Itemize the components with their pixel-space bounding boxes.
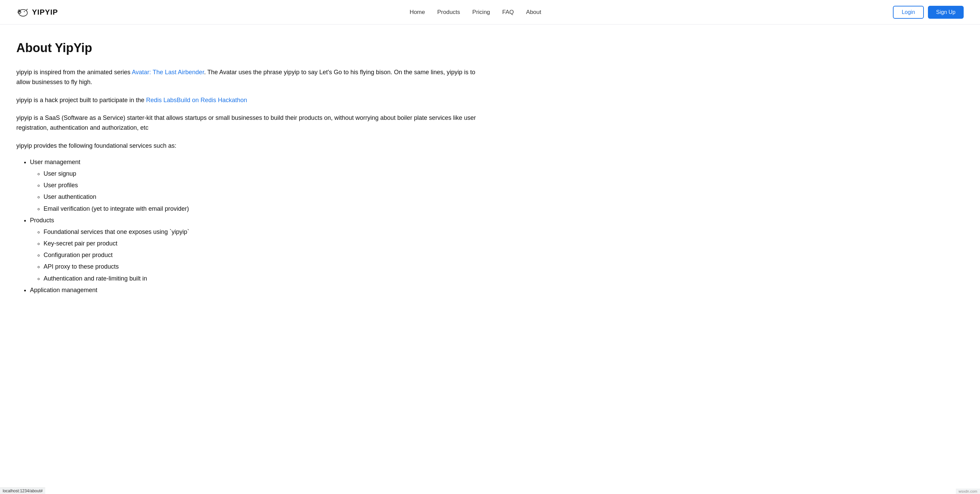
user-management-sublist: User signup User profiles User authentic… bbox=[30, 168, 487, 215]
svg-line-6 bbox=[26, 9, 27, 11]
list-item: Configuration per product bbox=[43, 249, 487, 261]
redis-link[interactable]: Redis LabsBuild on Redis Hackathon bbox=[146, 97, 247, 104]
svg-point-7 bbox=[24, 11, 25, 12]
site-header: YIPYIP Home Products Pricing FAQ About L… bbox=[0, 0, 980, 24]
para2-before-link: yipyip is a hack project built to partic… bbox=[16, 97, 146, 104]
signup-button[interactable]: Sign Up bbox=[928, 6, 964, 19]
para-2: yipyip is a hack project built to partic… bbox=[16, 95, 487, 105]
nav-about[interactable]: About bbox=[526, 9, 541, 16]
products-sublist: Foundational services that one exposes u… bbox=[30, 226, 487, 284]
services-list: User management User signup User profile… bbox=[16, 156, 487, 296]
login-button[interactable]: Login bbox=[893, 6, 924, 19]
avatar-link[interactable]: Avatar: The Last Airbender bbox=[132, 69, 204, 76]
para-1: yipyip is inspired from the animated ser… bbox=[16, 67, 487, 87]
nav-faq[interactable]: FAQ bbox=[502, 9, 514, 16]
list-item: User signup bbox=[43, 168, 487, 179]
nav-home[interactable]: Home bbox=[410, 9, 425, 16]
nav-pricing[interactable]: Pricing bbox=[472, 9, 490, 16]
para-3: yipyip is a SaaS (Software as a Service)… bbox=[16, 113, 487, 133]
list-item: User authentication bbox=[43, 191, 487, 202]
list-item-products: Products Foundational services that one … bbox=[30, 215, 487, 284]
list-item-application-management: Application management bbox=[30, 284, 487, 296]
page-title: About YipYip bbox=[16, 41, 487, 55]
logo-link[interactable]: YIPYIP bbox=[16, 6, 58, 18]
main-content: About YipYip yipyip is inspired from the… bbox=[0, 24, 504, 326]
logo-text: YIPYIP bbox=[32, 8, 58, 17]
list-item-user-management: User management User signup User profile… bbox=[30, 156, 487, 215]
list-item: API proxy to these products bbox=[43, 261, 487, 272]
header-buttons: Login Sign Up bbox=[893, 6, 964, 19]
nav-products[interactable]: Products bbox=[437, 9, 460, 16]
list-item: Foundational services that one exposes u… bbox=[43, 226, 487, 237]
main-nav: Home Products Pricing FAQ About bbox=[410, 9, 541, 16]
logo-icon bbox=[16, 6, 29, 18]
para1-before-link: yipyip is inspired from the animated ser… bbox=[16, 69, 132, 76]
list-item: Authentication and rate-limiting built i… bbox=[43, 273, 487, 284]
list-item: User profiles bbox=[43, 179, 487, 191]
list-item: Email verification (yet to integrate wit… bbox=[43, 203, 487, 215]
list-item: Key-secret pair per product bbox=[43, 237, 487, 249]
services-intro: yipyip provides the following foundation… bbox=[16, 141, 487, 151]
